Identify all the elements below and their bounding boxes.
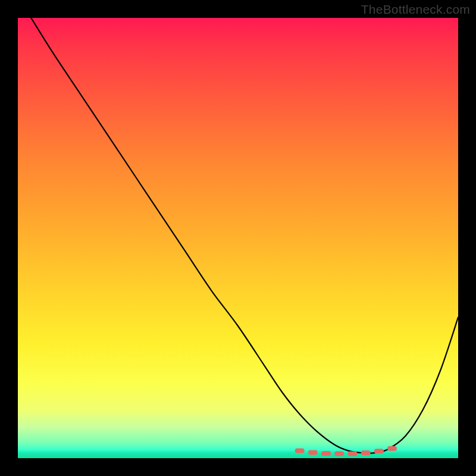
chart-frame: TheBottleneck.com xyxy=(0,0,476,476)
curve-marker xyxy=(334,452,344,456)
curve-marker xyxy=(347,452,357,456)
plot-area xyxy=(18,18,458,458)
curve-marker xyxy=(321,451,331,456)
curve-marker xyxy=(361,450,371,455)
curve-layer xyxy=(18,18,458,458)
curve-marker xyxy=(387,446,397,451)
curve-marker xyxy=(295,448,305,453)
curve-markers xyxy=(295,446,397,456)
curve-marker xyxy=(374,449,384,453)
watermark-text: TheBottleneck.com xyxy=(361,2,470,17)
curve-marker xyxy=(308,450,318,455)
bottleneck-curve xyxy=(31,18,458,453)
